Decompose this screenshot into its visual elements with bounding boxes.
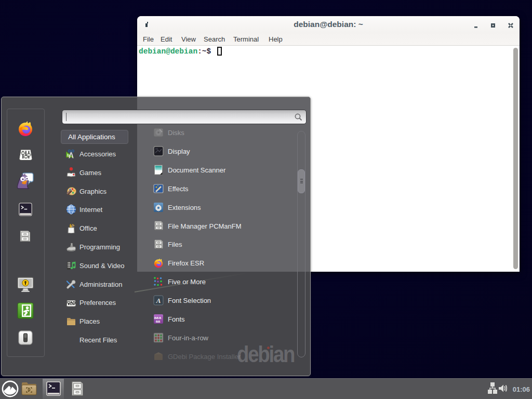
svg-text:aa: aa (156, 319, 161, 324)
svg-text:A: A (156, 297, 161, 304)
